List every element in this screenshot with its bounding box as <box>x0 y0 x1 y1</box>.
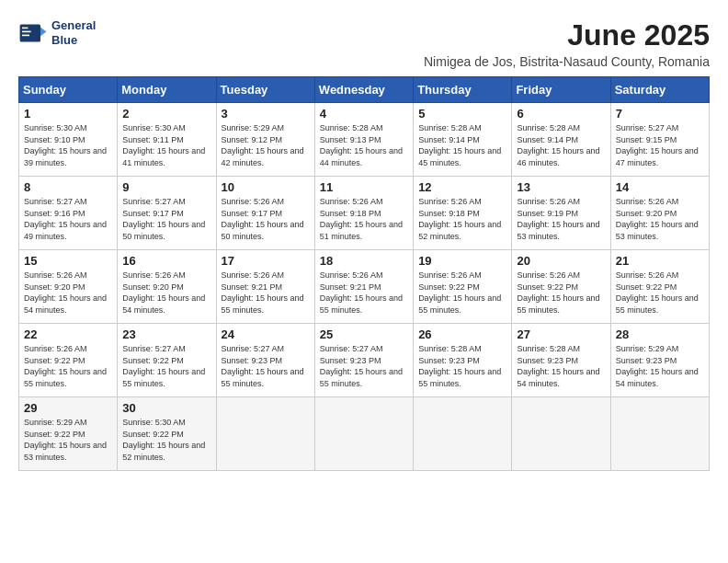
sunset-label: Sunset: 9:23 PM <box>320 356 381 365</box>
day-info: Sunrise: 5:26 AM Sunset: 9:18 PM Dayligh… <box>320 196 408 242</box>
sunrise-label: Sunrise: 5:29 AM <box>616 344 679 353</box>
day-info: Sunrise: 5:27 AM Sunset: 9:16 PM Dayligh… <box>24 196 112 242</box>
day-number: 26 <box>418 327 506 341</box>
day-info: Sunrise: 5:26 AM Sunset: 9:22 PM Dayligh… <box>616 270 704 316</box>
day-info: Sunrise: 5:26 AM Sunset: 9:20 PM Dayligh… <box>122 270 210 316</box>
calendar-day: 29 Sunrise: 5:29 AM Sunset: 9:22 PM Dayl… <box>19 397 118 471</box>
day-info: Sunrise: 5:27 AM Sunset: 9:23 PM Dayligh… <box>320 343 408 389</box>
sunrise-label: Sunrise: 5:28 AM <box>418 344 482 353</box>
sunset-label: Sunset: 9:23 PM <box>418 356 480 365</box>
day-info: Sunrise: 5:30 AM Sunset: 9:11 PM Dayligh… <box>122 122 210 168</box>
calendar-day: 30 Sunrise: 5:30 AM Sunset: 9:22 PM Dayl… <box>118 397 216 471</box>
daylight-label: Daylight: 15 hours and 53 minutes. <box>616 220 699 241</box>
day-number: 27 <box>517 327 605 341</box>
calendar-day: 9 Sunrise: 5:27 AM Sunset: 9:17 PM Dayli… <box>118 177 216 250</box>
daylight-label: Daylight: 15 hours and 55 minutes. <box>222 293 304 315</box>
sunrise-label: Sunrise: 5:28 AM <box>418 123 482 132</box>
sunset-label: Sunset: 9:21 PM <box>320 282 381 292</box>
sunrise-label: Sunrise: 5:26 AM <box>616 197 679 206</box>
sunrise-label: Sunrise: 5:26 AM <box>418 270 482 280</box>
day-number: 1 <box>24 107 112 121</box>
sunrise-label: Sunrise: 5:30 AM <box>122 418 186 427</box>
sunset-label: Sunset: 9:20 PM <box>616 209 677 218</box>
daylight-label: Daylight: 15 hours and 55 minutes. <box>320 293 403 315</box>
daylight-label: Daylight: 15 hours and 54 minutes. <box>122 293 205 315</box>
sunset-label: Sunset: 9:22 PM <box>24 356 85 365</box>
day-number: 4 <box>320 107 408 121</box>
daylight-label: Daylight: 15 hours and 46 minutes. <box>517 146 599 167</box>
sunset-label: Sunset: 9:13 PM <box>320 135 381 144</box>
sunrise-label: Sunrise: 5:27 AM <box>222 344 285 353</box>
sunrise-label: Sunrise: 5:30 AM <box>24 123 87 132</box>
day-number: 16 <box>122 254 210 268</box>
day-number: 17 <box>222 254 310 268</box>
day-info: Sunrise: 5:28 AM Sunset: 9:14 PM Dayligh… <box>517 122 605 168</box>
sunrise-label: Sunrise: 5:26 AM <box>222 197 285 206</box>
sunrise-label: Sunrise: 5:26 AM <box>320 270 383 280</box>
day-number: 14 <box>616 180 704 194</box>
empty-cell <box>610 397 709 471</box>
calendar-day: 11 Sunrise: 5:26 AM Sunset: 9:18 PM Dayl… <box>314 177 413 250</box>
day-number: 15 <box>24 254 112 268</box>
day-number: 30 <box>122 401 210 415</box>
day-number: 3 <box>222 107 310 121</box>
logo: General Blue <box>18 18 96 48</box>
day-info: Sunrise: 5:28 AM Sunset: 9:23 PM Dayligh… <box>418 343 506 389</box>
logo-text: General Blue <box>51 18 96 47</box>
day-info: Sunrise: 5:29 AM Sunset: 9:12 PM Dayligh… <box>222 122 310 168</box>
daylight-label: Daylight: 15 hours and 55 minutes. <box>418 367 501 388</box>
day-info: Sunrise: 5:26 AM Sunset: 9:19 PM Dayligh… <box>517 196 605 242</box>
day-number: 12 <box>418 180 506 194</box>
sunrise-label: Sunrise: 5:26 AM <box>517 197 580 206</box>
day-number: 19 <box>418 254 506 268</box>
calendar-day: 20 Sunrise: 5:26 AM Sunset: 9:22 PM Dayl… <box>512 250 610 324</box>
sunrise-label: Sunrise: 5:28 AM <box>517 344 580 353</box>
calendar-day: 6 Sunrise: 5:28 AM Sunset: 9:14 PM Dayli… <box>512 103 610 177</box>
day-number: 6 <box>517 107 605 121</box>
day-number: 11 <box>320 180 408 194</box>
day-number: 21 <box>616 254 704 268</box>
day-number: 9 <box>122 180 210 194</box>
daylight-label: Daylight: 15 hours and 41 minutes. <box>122 146 205 167</box>
sunset-label: Sunset: 9:23 PM <box>517 356 578 365</box>
sunrise-label: Sunrise: 5:26 AM <box>24 270 87 280</box>
calendar-day: 17 Sunrise: 5:26 AM Sunset: 9:21 PM Dayl… <box>216 250 314 324</box>
daylight-label: Daylight: 15 hours and 44 minutes. <box>320 146 403 167</box>
sunset-label: Sunset: 9:22 PM <box>517 282 578 292</box>
day-info: Sunrise: 5:26 AM Sunset: 9:18 PM Dayligh… <box>418 196 506 242</box>
empty-cell <box>414 397 512 471</box>
daylight-label: Daylight: 15 hours and 55 minutes. <box>616 293 699 315</box>
calendar-day: 12 Sunrise: 5:26 AM Sunset: 9:18 PM Dayl… <box>414 177 512 250</box>
sunrise-label: Sunrise: 5:26 AM <box>222 270 285 280</box>
calendar-day: 22 Sunrise: 5:26 AM Sunset: 9:22 PM Dayl… <box>19 324 118 397</box>
daylight-label: Daylight: 15 hours and 42 minutes. <box>222 146 304 167</box>
day-info: Sunrise: 5:26 AM Sunset: 9:22 PM Dayligh… <box>24 343 112 389</box>
daylight-label: Daylight: 15 hours and 54 minutes. <box>517 367 599 388</box>
calendar-week-row: 8 Sunrise: 5:27 AM Sunset: 9:16 PM Dayli… <box>19 177 710 250</box>
svg-marker-1 <box>40 28 46 37</box>
daylight-label: Daylight: 15 hours and 55 minutes. <box>517 293 599 315</box>
sunrise-label: Sunrise: 5:26 AM <box>320 197 383 206</box>
svg-rect-2 <box>22 28 28 29</box>
sunset-label: Sunset: 9:22 PM <box>616 282 677 292</box>
sunset-label: Sunset: 9:14 PM <box>517 135 578 144</box>
sunrise-label: Sunrise: 5:29 AM <box>222 123 285 132</box>
day-info: Sunrise: 5:27 AM Sunset: 9:15 PM Dayligh… <box>616 122 704 168</box>
day-info: Sunrise: 5:26 AM Sunset: 9:22 PM Dayligh… <box>517 270 605 316</box>
svg-rect-4 <box>22 35 29 37</box>
daylight-label: Daylight: 15 hours and 50 minutes. <box>122 220 205 241</box>
day-info: Sunrise: 5:28 AM Sunset: 9:14 PM Dayligh… <box>418 122 506 168</box>
calendar-week-row: 1 Sunrise: 5:30 AM Sunset: 9:10 PM Dayli… <box>19 103 710 177</box>
day-info: Sunrise: 5:27 AM Sunset: 9:23 PM Dayligh… <box>222 343 310 389</box>
sunrise-label: Sunrise: 5:26 AM <box>517 270 580 280</box>
day-info: Sunrise: 5:26 AM Sunset: 9:22 PM Dayligh… <box>418 270 506 316</box>
sunrise-label: Sunrise: 5:28 AM <box>517 123 580 132</box>
sunset-label: Sunset: 9:18 PM <box>418 209 480 218</box>
calendar-day: 3 Sunrise: 5:29 AM Sunset: 9:12 PM Dayli… <box>216 103 314 177</box>
sunrise-label: Sunrise: 5:27 AM <box>616 123 679 132</box>
sunrise-label: Sunrise: 5:26 AM <box>24 344 87 353</box>
sunrise-label: Sunrise: 5:27 AM <box>24 197 87 206</box>
sunrise-label: Sunrise: 5:26 AM <box>122 270 186 280</box>
daylight-label: Daylight: 15 hours and 39 minutes. <box>24 146 107 167</box>
header: General Blue June 2025 Nimigea de Jos, B… <box>18 18 710 69</box>
